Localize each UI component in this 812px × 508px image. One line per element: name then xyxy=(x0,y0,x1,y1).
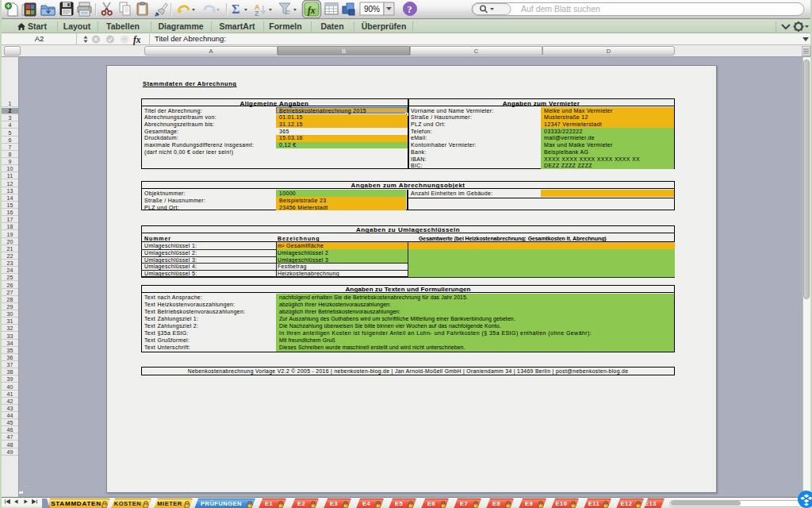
svg-text:90%: 90% xyxy=(364,5,380,13)
svg-text:?: ? xyxy=(408,4,412,15)
svg-text:fx: fx xyxy=(308,6,316,16)
svg-text:Auf dem Blatt suchen: Auf dem Blatt suchen xyxy=(521,4,600,13)
svg-text:Σ: Σ xyxy=(232,2,239,16)
svg-text:Z: Z xyxy=(255,10,259,17)
svg-text:fx: fx xyxy=(133,35,141,45)
